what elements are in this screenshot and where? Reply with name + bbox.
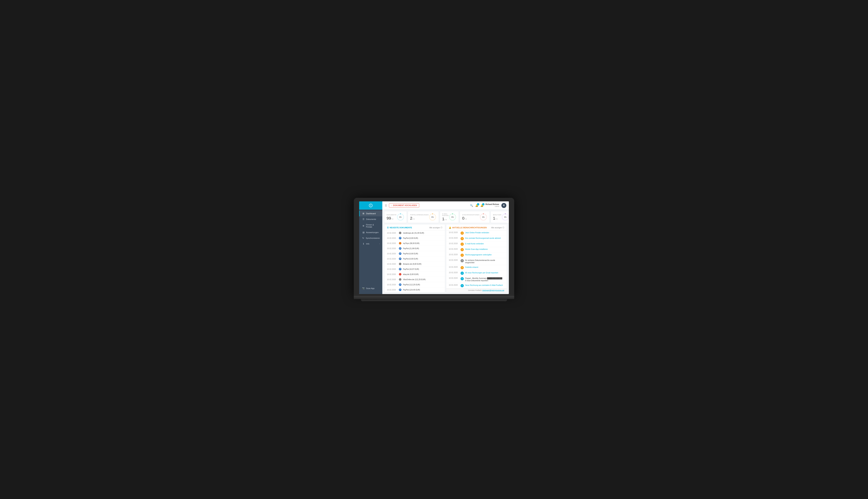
- table-row[interactable]: 10.02.2020 P PayPal (21,99 EUR): [384, 246, 445, 251]
- firmen-icon: ⊕: [362, 224, 365, 227]
- table-row[interactable]: 10.02.2020 P PayPal (0,00 EUR): [384, 256, 445, 261]
- dokumente-list: 10.02.2020 medimops.de (31,49 EUR) 10.02…: [384, 230, 445, 292]
- notif-text: Jetzt Online-Portale verbinden: [465, 231, 504, 234]
- table-row[interactable]: 10.02.2020 P PayPal (0,00 EUR): [384, 251, 445, 256]
- list-item[interactable]: 10.02.2020 Rechnungsprogramm verknüpfen: [446, 253, 507, 258]
- doc-name: VibuOnline.de (112,25 EUR): [403, 279, 426, 280]
- list-item[interactable]: 10.02.2020 Ihr sicheres Dokumentenarchiv…: [446, 258, 507, 265]
- laptop-foot: [361, 299, 507, 301]
- footer-email[interactable]: dvelopag2@getmyinvoices.net: [482, 289, 504, 291]
- table-row[interactable]: 10.02.2020 P PayPal (124,45 EUR): [384, 287, 445, 292]
- upload-button[interactable]: ↑ DOKUMENT HOCHLADEN: [389, 203, 419, 207]
- table-row[interactable]: 10.02.2020 medimops.de (31,49 EUR): [384, 230, 445, 235]
- sidebar-item-firmen[interactable]: ⊕ Firmen & Portale: [359, 222, 382, 230]
- doc-name: PayPal (124,45 EUR): [403, 289, 420, 291]
- doc-date: 10.02.2020: [387, 258, 397, 260]
- hamburger-button[interactable]: ☰: [385, 204, 387, 207]
- table-row[interactable]: 10.02.2020 P PayPal (112,25 EUR): [384, 282, 445, 287]
- svg-point-23: [399, 273, 401, 276]
- table-row[interactable]: 10.02.2020 myToys (38,93 EUR): [384, 241, 445, 246]
- stat-value-synchronisationen: 0/ ∞: [462, 216, 479, 220]
- notif-link[interactable]: 85 neue Rechnungen per Email importiert: [465, 272, 498, 274]
- list-item[interactable]: 10.02.2020 E-mail-Konto verbinden: [446, 242, 507, 247]
- sidebar-item-info[interactable]: ℹ Info ‹: [359, 241, 382, 247]
- notif-link[interactable]: Ihre zentrale Rechnungsemail wurde aktiv…: [465, 237, 501, 239]
- doc-date: 10.02.2020: [387, 279, 397, 280]
- stat-label-portalverbindungen: PORTALVERBINDUNGEN: [410, 214, 429, 216]
- notif-link[interactable]: Neue Rechnung aus zentralem E-Mail-Postf…: [465, 284, 503, 286]
- footer-bar: Zentrales Postfach: dvelopag2@getmyinvoi…: [446, 288, 507, 292]
- notif-type-icon: [461, 231, 464, 235]
- svg-point-36: [462, 260, 463, 261]
- donut-label-dokumente: 0%: [399, 216, 402, 218]
- sidebar-label-firmen: Firmen & Portale: [366, 224, 380, 228]
- main-content: ☰ ↑ DOKUMENT HOCHLADEN 🔍 🔔 17 🔔 0: [382, 202, 509, 294]
- sidebar-item-scanapp[interactable]: 📷 Scan App: [359, 285, 382, 291]
- notif-text: Neue Rechnung aus zentralem E-Mail-Postf…: [465, 284, 504, 287]
- table-row[interactable]: 10.02.2020 P PayPal (0,00 EUR): [384, 235, 445, 241]
- sidebar-label-scanapp: Scan App: [366, 287, 375, 289]
- user-avatar[interactable]: R: [501, 203, 506, 208]
- notif-text: Mobile Scan-App installieren: [465, 248, 504, 251]
- donut-portalverbindungen: 0%: [429, 213, 437, 221]
- doc-source-icon: [399, 273, 402, 276]
- info-collapse-arrow: ‹: [379, 243, 380, 245]
- svg-point-24: [399, 278, 401, 281]
- doc-name: PayPal (0,00 EUR): [403, 237, 418, 239]
- stat-info-dokumente: DOKUMENTE 99/ ∞: [387, 214, 396, 220]
- dokumente-title-text: NEUESTE DOKUMENTE: [390, 227, 412, 229]
- list-item[interactable]: 10.02.2020 Jetzt Online-Portale verbinde…: [446, 230, 507, 236]
- sidebar-label-dashboard: Dashboard: [366, 212, 376, 215]
- donut-label-portalverbindungen: 0%: [431, 216, 433, 218]
- list-item[interactable]: 10.02.2020 Paypal - Monthly Summary ████…: [446, 276, 507, 283]
- list-item[interactable]: 10.02.2020 Mobile Scan-App installieren: [446, 247, 507, 253]
- sidebar-item-dokumente[interactable]: ☰ Dokumente: [359, 216, 382, 222]
- sidebar-item-synchronisieren[interactable]: ↻ Synchronisieren: [359, 235, 382, 241]
- dokumente-show-all[interactable]: Alle anzeigen ⓘ: [429, 226, 442, 229]
- table-row[interactable]: 10.02.2020 P PayPal (16,97 EUR): [384, 267, 445, 272]
- dokumente-icon: ☰: [362, 218, 365, 220]
- notif-date: 10.02.2020: [449, 271, 459, 273]
- table-row[interactable]: 10.02.2020 ebay.de (0,00 EUR): [384, 272, 445, 277]
- doc-source-icon: P: [399, 283, 402, 286]
- doc-name: Amazon.de (8,00 EUR): [403, 263, 421, 265]
- search-button[interactable]: 🔍: [470, 204, 473, 207]
- stat-value-benutzer: 1/ ∞: [493, 216, 501, 220]
- topbar: ☰ ↑ DOKUMENT HOCHLADEN 🔍 🔔 17 🔔 0: [382, 202, 509, 210]
- table-row[interactable]: 10.02.2020 VibuOnline.de (112,25 EUR): [384, 277, 445, 282]
- list-item[interactable]: 10.02.2020 Ihre zentrale Rechnungsemail …: [446, 236, 507, 242]
- alerts-button[interactable]: 🔔 0: [480, 204, 484, 207]
- doc-source-icon: P: [399, 288, 402, 291]
- sidebar-bottom: 📷 Scan App: [359, 285, 382, 294]
- notifications-show-all[interactable]: Alle anzeigen ⓘ: [491, 226, 504, 229]
- list-item[interactable]: 10.02.2020 Dublette erkannt: [446, 265, 507, 270]
- doc-date: 10.02.2020: [387, 253, 397, 255]
- stat-value-email_konten: 1/ ∞: [442, 217, 449, 221]
- notif-link[interactable]: Rechnungsprogramm verknüpfen: [465, 254, 491, 256]
- doc-date: 10.02.2020: [387, 268, 397, 270]
- notif-type-icon: [461, 237, 464, 240]
- svg-point-38: [462, 272, 463, 274]
- sidebar-item-auswertungen[interactable]: ▤ Auswertungen: [359, 230, 382, 235]
- notif-date: 10.02.2020: [449, 277, 459, 279]
- table-row[interactable]: 10.02.2020 Amazon.de (8,00 EUR): [384, 261, 445, 267]
- doc-name: ebay.de (0,00 EUR): [403, 273, 419, 275]
- list-item[interactable]: 10.02.2020 Neue Rechnung aus zentralem E…: [446, 283, 507, 288]
- notif-link[interactable]: Mobile Scan-App installieren: [465, 248, 488, 250]
- notif-date: 10.02.2020: [449, 243, 459, 244]
- doc-source-icon: P: [399, 247, 402, 250]
- notifications-title-text: AKTUELLE BENACHRICHTIGUNGEN: [452, 227, 487, 229]
- list-item[interactable]: 10.02.2020 85 neue Rechnungen per Email …: [446, 270, 507, 276]
- svg-text:P: P: [400, 289, 401, 291]
- notif-link[interactable]: Jetzt Online-Portale verbinden: [465, 232, 489, 234]
- sidebar-item-dashboard[interactable]: ⊞ Dashboard: [359, 211, 382, 216]
- notifications-button[interactable]: 🔔 17: [475, 204, 478, 207]
- scanapp-icon: 📷: [362, 287, 365, 290]
- sidebar-logo: [359, 202, 382, 210]
- notif-link[interactable]: Dublette erkannt: [465, 266, 478, 268]
- svg-point-20: [399, 263, 401, 265]
- notif-link[interactable]: E-mail-Konto verbinden: [465, 243, 484, 245]
- donut-dokumente: 0%: [396, 213, 404, 221]
- svg-text:P: P: [400, 253, 401, 255]
- stat-info-synchronisationen: SYNCHRONISATIONEN 0/ ∞: [462, 214, 479, 220]
